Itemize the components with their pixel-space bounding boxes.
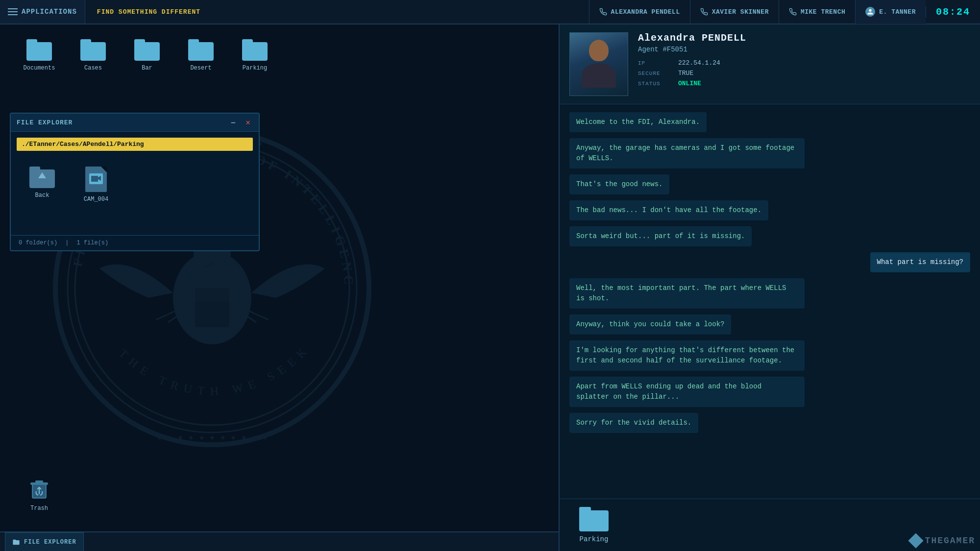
attachment-label: Parking xyxy=(580,535,609,543)
attachment-parking-folder[interactable]: Parking xyxy=(569,507,618,543)
ip-label: IP xyxy=(638,60,672,66)
file-explorer-controls: — ✕ xyxy=(228,118,253,127)
file-count: 1 file(s) xyxy=(76,240,108,246)
cases-folder-icon xyxy=(80,39,106,61)
trash-label: Trash xyxy=(30,505,48,512)
folder-count: 0 folder(s) xyxy=(19,240,57,246)
svg-rect-15 xyxy=(35,480,43,483)
chat-message-4: Sorta weird but... part of it is missing… xyxy=(569,226,752,246)
contact-xavier[interactable]: XAVIER SKINNER xyxy=(690,0,779,24)
desktop-icon-parking[interactable]: Parking xyxy=(235,39,274,72)
watermark: THEGAMER xyxy=(910,535,975,546)
svg-text:★ ★ ★ ★ ★ ★ ★ ★ ★ ★ ★: ★ ★ ★ ★ ★ ★ ★ ★ ★ ★ ★ xyxy=(157,432,268,442)
back-label: Back xyxy=(35,192,49,199)
contact-alexandra[interactable]: ALEXANDRA PENDELL xyxy=(589,0,690,24)
ip-value: 222.54.1.24 xyxy=(678,59,720,67)
fe-item-back[interactable]: Back xyxy=(23,167,62,225)
cam004-file-icon xyxy=(85,167,107,192)
bar-folder-icon xyxy=(134,39,160,61)
cam004-img-icon xyxy=(89,173,103,184)
desert-folder-icon xyxy=(188,39,214,61)
taskbar: FILE EXPLORER xyxy=(0,531,559,551)
svg-rect-6 xyxy=(195,288,229,302)
documents-label: Documents xyxy=(24,65,55,72)
close-button[interactable]: ✕ xyxy=(243,118,253,127)
taskbar-fe-label: FILE EXPLORER xyxy=(24,539,76,546)
file-explorer-statusbar: 0 folder(s) | 1 file(s) xyxy=(11,235,259,250)
file-explorer-content: Back CAM_004 xyxy=(11,157,259,235)
agent-silhouette xyxy=(582,40,616,89)
agent-status-row: STATUS ONLINE xyxy=(638,80,970,87)
watermark-diamond-icon xyxy=(908,533,923,548)
chat-message-5: What part is missing? xyxy=(870,252,970,272)
apps-label: APPLICATIONS xyxy=(22,8,77,16)
secure-value: TRUE xyxy=(678,70,693,77)
topbar: APPLICATIONS Find something different AL… xyxy=(0,0,980,24)
agent-info: Alexandra PENDELL Agent #F5051 IP 222.54… xyxy=(638,32,970,90)
fe-item-cam004[interactable]: CAM_004 xyxy=(76,167,116,225)
agent-secure-row: SECURE TRUE xyxy=(638,70,970,77)
desktop: Documents Cases Bar Desert Parking xyxy=(0,24,559,551)
file-explorer-path[interactable]: ./ETanner/Cases/APendell/Parking xyxy=(17,138,253,151)
watermark-text: THEGAMER xyxy=(925,536,975,546)
chat-message-0: Welcome to the FDI, Alexandra. xyxy=(569,112,707,132)
trash-icon[interactable]: Trash xyxy=(20,476,59,512)
phone-icon-mike xyxy=(789,8,797,16)
desktop-icon-documents[interactable]: Documents xyxy=(20,39,59,72)
cam004-label: CAM_004 xyxy=(84,196,108,203)
parking-label: Parking xyxy=(243,65,267,72)
svg-rect-12 xyxy=(91,176,98,182)
phone-icon-xavier xyxy=(700,8,708,16)
apps-menu[interactable]: APPLICATIONS xyxy=(0,0,85,24)
agent-name: Alexandra PENDELL xyxy=(638,32,970,44)
attachment-folder-icon xyxy=(579,507,609,531)
contact-xavier-label: XAVIER SKINNER xyxy=(712,8,769,16)
contacts-bar: ALEXANDRA PENDELL XAVIER SKINNER MIKE TR… xyxy=(589,0,980,24)
agent-id: Agent #F5051 xyxy=(638,46,970,53)
desktop-icon-bar[interactable]: Bar xyxy=(127,39,167,72)
agent-icon xyxy=(865,7,875,17)
chat-message-2: That's the good news. xyxy=(569,174,669,194)
right-panel: Alexandra PENDELL Agent #F5051 IP 222.54… xyxy=(559,24,980,551)
desktop-icon-desert[interactable]: Desert xyxy=(181,39,220,72)
phone-icon-alexandra xyxy=(599,8,607,16)
chat-message-9: Apart from WELLS ending up dead and the … xyxy=(569,377,805,407)
agent-ip-row: IP 222.54.1.24 xyxy=(638,59,970,67)
svg-text:THE TRUTH WE SEEK: THE TRUTH WE SEEK xyxy=(117,341,313,398)
chat-area: Welcome to the FDI, Alexandra.Anyway, th… xyxy=(560,104,980,499)
agent-photo xyxy=(569,32,628,96)
status-separator: | xyxy=(65,240,69,246)
chat-message-6: Well, the most important part. The part … xyxy=(569,278,805,309)
desktop-icon-cases[interactable]: Cases xyxy=(74,39,113,72)
contact-alexandra-label: ALEXANDRA PENDELL xyxy=(611,8,680,16)
agent-header: Alexandra PENDELL Agent #F5051 IP 222.54… xyxy=(560,24,980,104)
contact-etanner-label: E. TANNER xyxy=(879,8,916,16)
chat-message-3: The bad news... I don't have all the foo… xyxy=(569,200,768,220)
secure-label: SECURE xyxy=(638,71,672,76)
taskbar-folder-icon xyxy=(12,538,20,546)
chat-message-1: Anyway, the garage has cameras and I got… xyxy=(569,138,805,168)
back-arrow-icon xyxy=(38,172,46,178)
minimize-button[interactable]: — xyxy=(228,118,238,127)
taskbar-file-explorer[interactable]: FILE EXPLORER xyxy=(5,532,84,551)
parking-folder-icon xyxy=(242,39,268,61)
contact-mike-label: MIKE TRENCH xyxy=(801,8,845,16)
cases-label: Cases xyxy=(84,65,102,72)
bar-label: Bar xyxy=(142,65,152,72)
chat-message-10: Sorry for the vivid details. xyxy=(569,413,698,433)
contact-mike[interactable]: MIKE TRENCH xyxy=(779,0,855,24)
contact-etanner[interactable]: E. TANNER xyxy=(855,0,926,24)
status-value: ONLINE xyxy=(678,80,701,87)
desktop-icons-row: Documents Cases Bar Desert Parking xyxy=(0,24,559,86)
documents-folder-icon xyxy=(26,39,52,61)
status-label: STATUS xyxy=(638,81,672,87)
chat-message-7: Anyway, think you could take a look? xyxy=(569,314,731,335)
trash-bin-icon xyxy=(26,476,52,501)
hamburger-icon xyxy=(8,8,18,15)
file-explorer-title: FILE EXPLORER xyxy=(17,119,73,126)
file-explorer-titlebar: FILE EXPLORER — ✕ xyxy=(11,114,259,132)
find-something-label: Find something different xyxy=(85,8,212,16)
file-explorer-window: FILE EXPLORER — ✕ ./ETanner/Cases/APende… xyxy=(10,113,260,251)
desert-label: Desert xyxy=(190,65,211,72)
chat-message-8: I'm looking for anything that's differen… xyxy=(569,340,805,371)
